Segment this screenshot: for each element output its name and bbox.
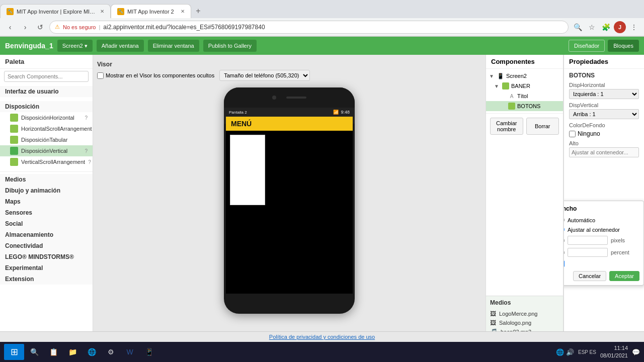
forward-button[interactable]: › — [19, 21, 31, 33]
width-pixels-radio[interactable] — [564, 237, 565, 244]
taskbar-word[interactable]: W — [121, 344, 139, 360]
cancel-popup-button[interactable]: Cancelar — [573, 271, 606, 281]
tab1-title: MIT App Inventor | Explore MIT ... — [17, 9, 97, 15]
palette-item-vertical[interactable]: DisposiciónVertical ? — [0, 145, 93, 156]
width-percent-radio[interactable] — [564, 249, 565, 256]
privacy-link[interactable]: Política de privacidad y condiciones de … — [269, 334, 375, 340]
start-button[interactable]: ⊞ — [4, 344, 24, 360]
divider-1 — [0, 171, 93, 172]
tab1-close[interactable]: ✕ — [100, 9, 104, 14]
width-option-fill[interactable]: Ajustar al contenedor — [564, 225, 639, 234]
phone-size-dropdown[interactable]: Tamaño del teléfono (505,320) — [219, 70, 310, 81]
disp-vertical-dropdown[interactable]: Arriba : 1 — [569, 109, 639, 119]
blocks-button[interactable]: Bloques — [608, 40, 639, 52]
palette-section-connectivity-header[interactable]: Conectividad — [0, 240, 93, 251]
profile-icon[interactable]: J — [614, 21, 626, 33]
taskbar-taskview[interactable]: 📋 — [44, 344, 62, 360]
palette-item-vscroll[interactable]: VerticalScrollArrangement ? — [0, 156, 93, 167]
screen2-expand: ▼ — [489, 73, 495, 79]
width-fill-radio[interactable] — [564, 226, 565, 233]
palette-section-layout-header[interactable]: Disposición — [0, 101, 93, 112]
width-percent-unit: percent — [611, 249, 629, 255]
palette-item-horizontal[interactable]: DisposiciónHorizontal ? — [0, 112, 93, 123]
screen2-icon: 📱 — [497, 72, 504, 79]
show-hidden-checkbox[interactable] — [97, 72, 104, 79]
taskbar-browser[interactable]: 🌐 — [83, 344, 101, 360]
tabular-icon — [10, 136, 18, 144]
extensions-icon[interactable]: 🧩 — [600, 21, 612, 33]
address-input-container[interactable]: ⚠ No es seguro | ai2.appinventor.mit.edu… — [49, 21, 569, 34]
phone-container: Pantalla 2 📶 9:48 MENÚ — [97, 85, 481, 358]
alto-label: Alto — [569, 140, 639, 146]
width-fill-label: Ajustar al contenedor — [568, 227, 620, 233]
width-option-auto[interactable]: Automático — [564, 215, 639, 225]
viewer-header: Visor — [97, 59, 112, 70]
comp-titol[interactable]: A Títol — [486, 91, 563, 101]
tab-1[interactable]: 🔧 MIT App Inventor | Explore MIT ... ✕ — [0, 4, 111, 18]
width-auto-radio[interactable] — [564, 217, 565, 223]
rename-button[interactable]: Cambiar nombre — [490, 118, 523, 135]
screen-selector[interactable]: Screen2 ▾ — [57, 40, 93, 52]
color-fondo-checkbox[interactable] — [569, 131, 576, 137]
palette-section-media-header[interactable]: Medios — [0, 174, 93, 185]
comp-screen2[interactable]: ▼ 📱 Screen2 — [486, 71, 563, 81]
search-components-input[interactable] — [4, 71, 89, 82]
palette-section-storage-header[interactable]: Almacenamiento — [0, 229, 93, 240]
disp-horizontal-dropdown[interactable]: Izquierda : 1 — [569, 89, 639, 99]
comp-baner[interactable]: ▼ BANER — [486, 81, 563, 91]
phone-screen: Pantalla 2 📶 9:48 MENÚ — [226, 108, 353, 294]
tab2-close[interactable]: ✕ — [181, 9, 185, 14]
taskbar-explorer[interactable]: 📁 — [63, 344, 82, 360]
publish-button[interactable]: Publish to Gallery — [203, 40, 257, 52]
palette-item-horizontal-info[interactable]: ? — [85, 115, 88, 121]
show-hidden-checkbox-area: Mostrar en el Visor los componentes ocul… — [97, 72, 214, 79]
visible-checkbox[interactable] — [564, 260, 565, 267]
palette-section-ui-header[interactable]: Interfaz de usuario — [0, 86, 93, 97]
accept-popup-button[interactable]: Aceptar — [609, 271, 639, 281]
taskbar-right: 🌐 🔊 ESP ES 11:14 08/01/2021 💬 — [556, 344, 640, 360]
width-option-percent[interactable]: percent — [564, 246, 639, 258]
bookmark-icon[interactable]: ☆ — [586, 21, 598, 33]
width-pixels-input[interactable] — [568, 236, 608, 245]
search-icon[interactable]: 🔍 — [572, 21, 584, 33]
volume-icon: 🔊 — [566, 348, 574, 356]
palette-item-hscroll[interactable]: HorizontalScrollArrangement ? — [0, 123, 93, 134]
view-toggle: Diseñador Bloques — [569, 40, 639, 52]
remove-window-button[interactable]: Eliminar ventana — [148, 40, 199, 52]
baner-icon — [502, 82, 509, 89]
alto-input[interactable] — [569, 147, 639, 157]
width-option-pixels[interactable]: pixels — [564, 234, 639, 246]
palette-section-experimental-header[interactable]: Experimental — [0, 262, 93, 274]
palette-section-drawing-header[interactable]: Dibujo y animación — [0, 185, 93, 196]
new-tab-button[interactable]: + — [191, 4, 205, 18]
palette-section-lego-header[interactable]: LEGO® MINDSTORMS® — [0, 251, 93, 262]
logomerce-name: LogoMerce.png — [499, 311, 537, 317]
component-actions: Cambiar nombre Borrar — [486, 113, 563, 139]
notification-icon[interactable]: 💬 — [632, 348, 640, 356]
palette-section-extension-header[interactable]: Extension — [0, 274, 93, 285]
delete-button[interactable]: Borrar — [526, 118, 559, 135]
comp-botons[interactable]: BOTONS — [486, 101, 563, 111]
palette-section-sensors-header[interactable]: Sensores — [0, 207, 93, 218]
back-button[interactable]: ‹ — [4, 21, 16, 33]
security-icon: ⚠ — [55, 24, 60, 30]
width-popup: Ancho Automático Ajustar al contenedor p… — [564, 201, 644, 286]
phone-screen-content: Pantalla 2 📶 9:48 MENÚ — [226, 108, 353, 294]
phone-status-icons: 📶 9:48 — [333, 110, 350, 115]
palette-section-maps-header[interactable]: Maps — [0, 196, 93, 207]
taskbar-app[interactable]: 📱 — [140, 344, 158, 360]
menu-icon[interactable]: ⋮ — [628, 21, 640, 33]
refresh-button[interactable]: ↺ — [34, 21, 46, 33]
tab-2[interactable]: 🔧 MIT App Inventor 2 ✕ — [111, 4, 191, 18]
palette-item-vscroll-info[interactable]: ? — [88, 159, 91, 165]
add-window-button[interactable]: Añadir ventana — [97, 40, 144, 52]
palette-section-social-header[interactable]: Social — [0, 218, 93, 229]
disp-vertical-label: DispVertical — [569, 102, 639, 108]
designer-button[interactable]: Diseñador — [569, 40, 605, 52]
palette-item-vertical-info[interactable]: ? — [85, 148, 88, 154]
phone-menu-text: MENÚ — [231, 120, 252, 128]
width-percent-input[interactable] — [568, 248, 608, 257]
taskbar-search[interactable]: 🔍 — [25, 344, 43, 360]
palette-item-tabular[interactable]: DisposiciónTabular — [0, 134, 93, 145]
taskbar-settings[interactable]: ⚙ — [102, 344, 120, 360]
